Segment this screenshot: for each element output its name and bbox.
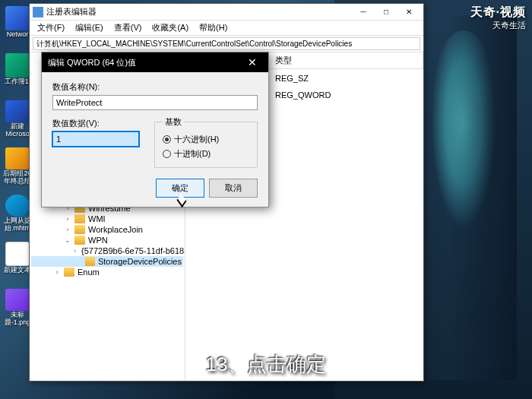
icon-label: 工作簿1. — [5, 78, 31, 86]
radio-dec-label: 十进制(D) — [174, 148, 211, 160]
folder-icon — [85, 257, 95, 266]
folder-icon — [74, 236, 85, 245]
title-bar[interactable]: 注册表编辑器 ─ □ ✕ — [30, 4, 423, 21]
cancel-button[interactable]: 取消 — [209, 179, 258, 198]
dialog-title-bar[interactable]: 编辑 QWORD (64 位)值 ✕ — [42, 52, 268, 72]
radio-hex-label: 十六进制(H) — [174, 134, 219, 145]
menu-item[interactable]: 收藏夹(A) — [147, 21, 193, 35]
menu-bar: 文件(F)编辑(E)查看(V)收藏夹(A)帮助(H) — [30, 21, 423, 36]
menu-item[interactable]: 帮助(H) — [195, 21, 232, 35]
app-icon — [5, 53, 30, 78]
radio-hex[interactable]: 十六进制(H) — [163, 132, 249, 147]
app-icon — [5, 195, 30, 217]
tree-expander-icon[interactable]: › — [63, 215, 72, 223]
app-icon — [5, 100, 30, 122]
folder-icon — [74, 214, 85, 223]
menu-item[interactable]: 编辑(E) — [71, 21, 108, 35]
tree-expander-icon[interactable]: › — [63, 226, 72, 233]
tree-node[interactable]: ›WorkplaceJoin — [31, 224, 183, 235]
value-name-label: 数值名称(N): — [52, 81, 258, 93]
tree-expander-icon[interactable]: › — [74, 247, 76, 255]
tree-label: StorageDevicePolicies — [97, 257, 182, 266]
folder-icon — [64, 268, 74, 277]
tree-label: WPN — [87, 236, 108, 245]
regedit-icon — [33, 7, 43, 17]
tree-node[interactable]: ›Enum — [31, 267, 183, 277]
maximize-button[interactable]: □ — [375, 5, 397, 20]
tree-node[interactable]: ›{5772B9b6-6e75-11df-b618-18a905160fe8} — [31, 245, 183, 256]
ok-button[interactable]: 确定 — [156, 179, 204, 198]
tree-node[interactable]: ›WMI — [31, 214, 183, 224]
value-data-label: 数值数据(V): — [52, 118, 139, 129]
icon-label: Networ — [7, 31, 29, 39]
radio-dec-dot — [163, 150, 171, 158]
tree-label: WorkplaceJoin — [87, 225, 143, 234]
edit-qword-dialog: 编辑 QWORD (64 位)值 ✕ 数值名称(N): 数值数据(V): 基数 … — [41, 52, 269, 207]
col-type[interactable]: 类型 — [269, 52, 423, 68]
tree-label: WMI — [87, 214, 106, 223]
dialog-close-button[interactable]: ✕ — [242, 52, 262, 72]
tree-node[interactable]: ⌄WPN — [31, 235, 183, 245]
tree-expander-icon[interactable]: › — [52, 268, 62, 276]
app-icon — [5, 289, 30, 311]
value-name-input[interactable] — [52, 95, 258, 110]
value-type: REG_SZ — [269, 71, 423, 85]
dialog-title: 编辑 QWORD (64 位)值 — [48, 57, 242, 68]
icon-label: 新建文本 — [4, 267, 31, 274]
value-type: REG_QWORD — [269, 88, 423, 102]
tree-label: Enum — [77, 268, 100, 277]
address-bar — [30, 36, 423, 52]
tree-label: {5772B9b6-6e75-11df-b618-18a905160fe8} — [81, 246, 185, 255]
window-title: 注册表编辑器 — [46, 6, 352, 17]
value-data-input[interactable] — [52, 131, 139, 147]
watermark: 天奇·视频 — [470, 5, 526, 21]
radio-hex-dot — [163, 135, 171, 144]
app-icon — [5, 147, 30, 169]
address-input[interactable] — [33, 37, 420, 50]
tree-expander-icon[interactable]: ⌄ — [63, 236, 72, 244]
base-legend: 基数 — [163, 116, 184, 128]
video-caption: 13、点击确定 — [206, 351, 327, 378]
app-icon — [5, 6, 30, 30]
menu-item[interactable]: 查看(V) — [109, 21, 147, 35]
base-fieldset: 基数 十六进制(H) 十进制(D) — [154, 116, 258, 168]
tree-node[interactable]: StorageDevicePolicies — [31, 256, 183, 267]
app-icon — [5, 242, 30, 266]
menu-item[interactable]: 文件(F) — [33, 21, 69, 35]
minimize-button[interactable]: ─ — [352, 5, 375, 20]
folder-icon — [74, 225, 85, 234]
watermark-sub: 天奇生活 — [492, 20, 526, 31]
radio-dec[interactable]: 十进制(D) — [163, 147, 249, 161]
close-button[interactable]: ✕ — [397, 5, 420, 20]
